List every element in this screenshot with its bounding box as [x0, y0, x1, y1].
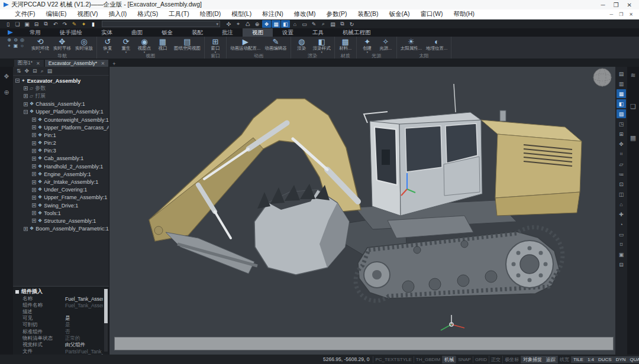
- menu-item[interactable]: 模型(L): [226, 10, 257, 18]
- side-tool-icon[interactable]: ⊕: [4, 89, 9, 96]
- right-tool-icon[interactable]: ⌑: [617, 240, 626, 249]
- close-tab-icon[interactable]: ✕: [101, 61, 105, 66]
- model-viewport[interactable]: [109, 67, 615, 355]
- side-tool-icon[interactable]: ❖: [4, 73, 9, 80]
- toolbar-icon[interactable]: ✎: [70, 20, 79, 28]
- toolbar-icon[interactable]: ▭: [300, 20, 309, 28]
- ribbon-tab[interactable]: 徒手描绘: [50, 28, 92, 37]
- property-row[interactable]: 可见 是: [15, 316, 103, 322]
- menu-item[interactable]: 视图(V): [72, 10, 103, 18]
- status-toggle[interactable]: TILE: [571, 356, 585, 363]
- document-tab[interactable]: 图形1* ✕: [14, 60, 44, 67]
- right-tool-icon[interactable]: ⊡: [617, 180, 626, 188]
- tree-node[interactable]: − ❖ Upper_Platform_Assembly:1: [13, 108, 109, 116]
- menu-item[interactable]: 钣金(A): [384, 10, 415, 18]
- expand-collapse-icon[interactable]: +: [32, 219, 36, 223]
- menu-item[interactable]: 帮助(H): [448, 10, 480, 18]
- status-toggle[interactable]: GRID: [473, 356, 489, 363]
- ribbon-button[interactable]: ✥实时平移: [53, 37, 71, 51]
- property-row[interactable]: 文件 Parts\Fuel_Tank_Asse...: [15, 349, 103, 355]
- status-toggle[interactable]: 机械: [442, 356, 456, 363]
- ribbon-button[interactable]: ▩材料...: [338, 37, 353, 51]
- ribbon-button[interactable]: ⟲实时环绕▾: [31, 37, 49, 53]
- ribbon-button[interactable]: ◍渲染: [295, 37, 309, 51]
- status-toggle[interactable]: 对象捕捉: [521, 356, 544, 363]
- ribbon-button[interactable]: ✦创建▾: [360, 37, 375, 53]
- right-tool-icon[interactable]: ⊞: [617, 129, 626, 138]
- expand-collapse-icon[interactable]: −: [24, 110, 28, 114]
- expand-collapse-icon[interactable]: +: [24, 227, 28, 231]
- right-panel-icon[interactable]: ▦: [630, 134, 636, 142]
- ribbon-button[interactable]: ✧光源...: [379, 37, 393, 51]
- ribbon-tab[interactable]: 装配: [182, 28, 212, 37]
- toolbar-icon[interactable]: ✎: [309, 20, 318, 28]
- ribbon-tab[interactable]: 视图: [243, 28, 273, 37]
- right-panel-icon[interactable]: ❏: [630, 103, 636, 110]
- right-tool-icon[interactable]: ▥: [617, 79, 626, 88]
- expand-collapse-icon[interactable]: +: [32, 211, 36, 215]
- expand-collapse-icon[interactable]: +: [24, 94, 28, 98]
- right-tool-icon[interactable]: ◧: [617, 99, 626, 108]
- tree-node[interactable]: + ▱ 参数: [13, 84, 109, 92]
- right-tool-icon[interactable]: ✚: [617, 210, 626, 219]
- right-tool-icon[interactable]: ⊟: [617, 260, 626, 269]
- toolbar-icon[interactable]: ❖: [262, 20, 271, 28]
- toolbar-icon[interactable]: ↷: [60, 20, 69, 28]
- ribbon-button[interactable]: ⊞窗口▾: [208, 37, 222, 53]
- toolbar-icon[interactable]: ▣: [22, 20, 31, 28]
- zoom-tool-icon[interactable]: ⊕: [6, 37, 12, 43]
- scrollbar-thumb[interactable]: [104, 289, 108, 323]
- toolbar-icon[interactable]: ⌂: [291, 20, 299, 28]
- expand-collapse-icon[interactable]: +: [32, 157, 36, 161]
- tree-node[interactable]: + ❖ Cab_assembly:1: [13, 155, 109, 162]
- right-tool-icon[interactable]: ▨: [617, 109, 626, 118]
- zoom-tool-icon[interactable]: ▣: [12, 43, 19, 49]
- menu-item[interactable]: 插入(I): [103, 10, 132, 18]
- expand-collapse-icon[interactable]: +: [32, 196, 36, 200]
- tree-node[interactable]: + ❖ Counterweight_Assembly:1: [13, 116, 109, 124]
- menu-item[interactable]: 编辑(E): [40, 10, 72, 18]
- ribbon-tab[interactable]: 设置: [273, 28, 303, 37]
- tree-node[interactable]: + ▱ 打展: [13, 92, 109, 100]
- expand-collapse-icon[interactable]: +: [32, 203, 36, 207]
- expand-collapse-icon[interactable]: +: [32, 164, 36, 168]
- toolbar-icon[interactable]: ⊕: [253, 20, 262, 28]
- right-tool-icon[interactable]: ◫: [617, 190, 626, 199]
- menu-item[interactable]: 标注(N): [257, 10, 289, 18]
- right-tool-icon[interactable]: ⌂: [617, 200, 626, 209]
- zoom-tool-icon[interactable]: ◎: [19, 37, 25, 43]
- status-toggle[interactable]: 1:4: [585, 356, 596, 363]
- menu-item[interactable]: 窗口(W): [415, 10, 448, 18]
- ribbon-button[interactable]: ✎动画编辑器: [264, 37, 287, 51]
- property-row[interactable]: 视觉样式 由父组件: [15, 342, 103, 348]
- property-row[interactable]: 标准组件 否: [15, 329, 103, 335]
- tree-node[interactable]: + ❖ Air_Intake_Assembly:1: [13, 178, 109, 186]
- tree-toolbar-icon[interactable]: ✥: [25, 68, 30, 74]
- expand-collapse-icon[interactable]: +: [32, 125, 36, 129]
- right-tool-icon[interactable]: ▭: [617, 230, 626, 239]
- minimize-button[interactable]: ─: [601, 2, 605, 8]
- toolbar-icon[interactable]: ▤: [328, 20, 337, 28]
- toolbar-icon[interactable]: ▦: [272, 20, 280, 28]
- close-button[interactable]: ✕: [627, 2, 632, 8]
- right-tool-icon[interactable]: ◔: [617, 220, 626, 229]
- ribbon-button[interactable]: ◎实时缩放: [75, 37, 93, 51]
- expand-collapse-icon[interactable]: +: [32, 141, 36, 145]
- ribbon-button[interactable]: ↺恢复▾: [101, 37, 115, 53]
- ribbon-tab[interactable]: 曲面: [122, 28, 152, 37]
- menu-item[interactable]: 装配(B): [353, 10, 384, 18]
- toolbar-icon[interactable]: ♺: [243, 20, 252, 28]
- right-tool-icon[interactable]: ▣: [617, 250, 626, 259]
- ribbon-tab[interactable]: 工具: [303, 28, 333, 37]
- toolbar-icon[interactable]: ⧉: [41, 20, 50, 28]
- ribbon-button[interactable]: ▤图纸空间视图: [174, 37, 201, 51]
- property-row[interactable]: 组件名称 Fuel_Tank_Assembly: [15, 302, 103, 308]
- toolbar-icon[interactable]: ⊟: [32, 20, 41, 28]
- properties-scrollbar[interactable]: [104, 289, 108, 352]
- status-toggle[interactable]: SNAP: [456, 356, 473, 363]
- status-toggle[interactable]: TH_GBDIM: [414, 356, 442, 363]
- doc-window-control-button[interactable]: ✕: [629, 12, 633, 17]
- menu-item[interactable]: 文件(F): [9, 10, 40, 18]
- zoom-tool-icon[interactable]: ⌖: [6, 43, 12, 49]
- status-toggle[interactable]: 线宽: [557, 356, 571, 363]
